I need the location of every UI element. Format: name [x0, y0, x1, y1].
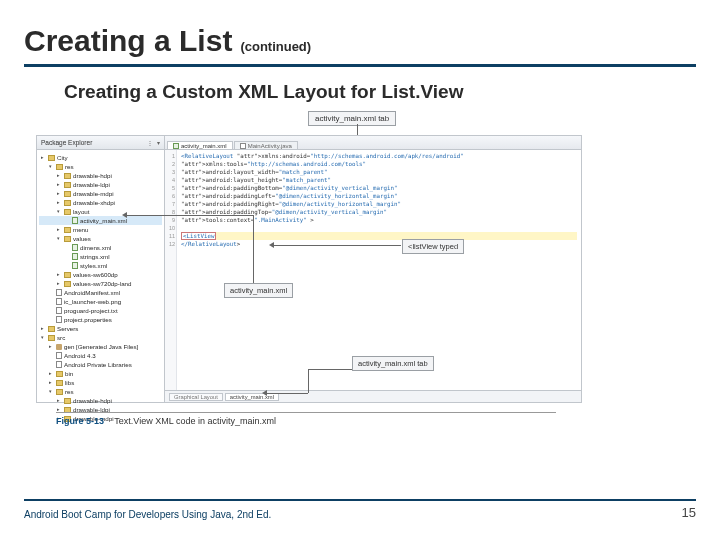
pkg-header-icons: ⋮ ▾: [147, 139, 161, 146]
editor-tab-inactive-label: MainActivity.java: [248, 143, 292, 149]
folder-icon: [64, 182, 71, 188]
tree-item[interactable]: ▸libs: [39, 378, 162, 387]
slide-footer: Android Boot Camp for Developers Using J…: [24, 499, 696, 520]
tree-item[interactable]: ic_launcher-web.png: [39, 297, 162, 306]
file-icon: [56, 361, 62, 368]
folder-icon: [64, 227, 71, 233]
tree-item[interactable]: strings.xml: [39, 252, 162, 261]
package-explorer: Package Explorer ⋮ ▾ ▸City▾res▸drawable-…: [37, 136, 165, 402]
title-main: Creating a List: [24, 24, 232, 58]
tree-item[interactable]: ▸drawable-mdpi: [39, 189, 162, 198]
callout-listview: <listView typed: [402, 239, 464, 254]
figure-caption: Figure 5-13 Text.View XML code in activi…: [56, 412, 556, 426]
slide-number: 15: [682, 505, 696, 520]
folder-icon: [64, 272, 71, 278]
editor-tab-active-label: activity_main.xml: [181, 143, 227, 149]
lower-tab-graphical[interactable]: Graphical Layout: [169, 393, 223, 401]
file-icon: [56, 289, 62, 296]
folder-icon: [56, 164, 63, 170]
arrow-bottom-v: [308, 369, 309, 393]
file-icon: [173, 143, 179, 149]
package-tree[interactable]: ▸City▾res▸drawable-hdpi▸drawable-ldpi▸dr…: [37, 150, 164, 426]
slide-title: Creating a List (continued): [24, 24, 696, 58]
line-gutter: 123456789101112: [165, 150, 177, 390]
tree-item[interactable]: ▸bin: [39, 369, 162, 378]
footer-text: Android Boot Camp for Developers Using J…: [24, 509, 271, 520]
figure-caption-text: Text.View XML code in activity_main.xml: [114, 416, 276, 426]
code-area[interactable]: 123456789101112 <RelativeLayout "attr">x…: [165, 150, 581, 390]
folder-icon: [64, 209, 71, 215]
folder-icon: [64, 173, 71, 179]
java-icon: [240, 143, 246, 149]
figure-number: Figure 5-13: [56, 416, 104, 426]
tree-item[interactable]: ▾res: [39, 387, 162, 396]
tree-item[interactable]: ▸Servers: [39, 324, 162, 333]
folder-icon: [56, 389, 63, 395]
file-icon: [72, 253, 78, 260]
editor-tab-active[interactable]: activity_main.xml: [167, 141, 233, 149]
callout-midfile: activity_main.xml: [224, 283, 293, 298]
arrow-mid-v: [253, 215, 254, 283]
code-content: <RelativeLayout "attr">xmlns:android="ht…: [177, 150, 581, 390]
ide-screenshot: Package Explorer ⋮ ▾ ▸City▾res▸drawable-…: [36, 135, 582, 403]
tree-item[interactable]: ▸drawable-hdpi: [39, 396, 162, 405]
tree-item[interactable]: ▸values-sw720dp-land: [39, 279, 162, 288]
tree-item[interactable]: ▸drawable-hdpi: [39, 171, 162, 180]
title-underline: [24, 64, 696, 67]
editor-tab-inactive[interactable]: MainActivity.java: [234, 141, 298, 149]
folder-icon: [48, 326, 55, 332]
file-icon: [72, 244, 78, 251]
editor-tabs: activity_main.xml MainActivity.java: [165, 136, 581, 150]
tree-item[interactable]: ▾res: [39, 162, 162, 171]
folder-icon: [56, 371, 63, 377]
tree-item[interactable]: ▾src: [39, 333, 162, 342]
tree-item[interactable]: AndroidManifest.xml: [39, 288, 162, 297]
editor-lower-tabs: Graphical Layout activity_main.xml: [165, 390, 581, 402]
tree-item[interactable]: ▸menu: [39, 225, 162, 234]
file-icon: [72, 217, 78, 224]
tree-item[interactable]: ▸drawable-xhdpi: [39, 198, 162, 207]
arrow-bottom-end: [266, 393, 308, 394]
tree-item[interactable]: Android Private Libraries: [39, 360, 162, 369]
arrow-listview: [273, 245, 401, 246]
pkg-header-label: Package Explorer: [41, 139, 92, 146]
file-icon: [56, 316, 62, 323]
folder-icon: [64, 200, 71, 206]
subtitle: Creating a Custom XML Layout for List.Vi…: [64, 81, 696, 103]
tree-item[interactable]: ▸gen [Generated Java Files]: [39, 342, 162, 351]
arrow-bottom-h: [308, 369, 352, 370]
tree-item[interactable]: dimens.xml: [39, 243, 162, 252]
tree-item[interactable]: styles.xml: [39, 261, 162, 270]
file-icon: [56, 344, 62, 350]
tree-item[interactable]: ▸values-sw600dp: [39, 270, 162, 279]
callout-top-tab: activity_main.xml tab: [308, 111, 396, 126]
folder-icon: [48, 335, 55, 341]
tree-item[interactable]: ▸drawable-ldpi: [39, 180, 162, 189]
folder-icon: [64, 398, 71, 404]
title-suffix: (continued): [240, 39, 311, 54]
package-explorer-header: Package Explorer ⋮ ▾: [37, 136, 164, 150]
file-icon: [56, 352, 62, 359]
folder-icon: [48, 155, 55, 161]
file-icon: [56, 307, 62, 314]
arrow-mid-h: [126, 215, 253, 216]
file-icon: [56, 298, 62, 305]
folder-icon: [56, 380, 63, 386]
file-icon: [72, 262, 78, 269]
folder-icon: [64, 236, 71, 242]
figure-area: activity_main.xml tab Package Explorer ⋮…: [36, 111, 696, 426]
tree-item[interactable]: ▾values: [39, 234, 162, 243]
tree-item[interactable]: ▸City: [39, 153, 162, 162]
callout-bottomtab: activity_main.xml tab: [352, 356, 434, 371]
folder-icon: [64, 191, 71, 197]
tree-item[interactable]: proguard-project.txt: [39, 306, 162, 315]
tree-item[interactable]: project.properties: [39, 315, 162, 324]
folder-icon: [64, 281, 71, 287]
tree-item[interactable]: activity_main.xml: [39, 216, 162, 225]
tree-item[interactable]: Android 4.3: [39, 351, 162, 360]
